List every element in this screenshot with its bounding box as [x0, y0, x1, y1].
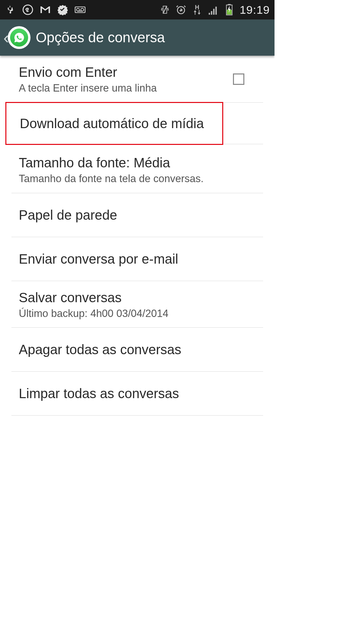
settings-list: Envio com Enter A tecla Enter insere uma… — [0, 56, 275, 416]
setting-title: Limpar todas as conversas — [19, 385, 263, 402]
setting-title: Papel de parede — [19, 207, 263, 223]
back-button[interactable]: ‹ — [3, 26, 36, 49]
setting-title: Envio com Enter — [19, 64, 233, 80]
setting-title: Enviar conversa por e-mail — [19, 251, 263, 267]
signal-icon — [207, 4, 219, 15]
gmail-icon — [40, 4, 51, 15]
status-right: H 19:19 — [159, 3, 270, 16]
setting-title: Salvar conversas — [19, 289, 263, 306]
status-bar: H 19:19 — [0, 0, 275, 19]
enter-send-checkbox[interactable] — [233, 73, 244, 85]
usb-icon — [5, 4, 16, 15]
svg-point-2 — [76, 8, 79, 11]
setting-delete-all[interactable]: Apagar todas as conversas — [11, 328, 263, 372]
svg-point-3 — [81, 8, 84, 11]
alarm-icon — [175, 4, 187, 15]
status-time: 19:19 — [240, 3, 270, 16]
setting-backup[interactable]: Salvar conversas Último backup: 4h00 03/… — [11, 281, 263, 328]
setting-email-chat[interactable]: Enviar conversa por e-mail — [11, 237, 263, 281]
setting-wallpaper[interactable]: Papel de parede — [11, 193, 263, 237]
network-h-icon: H — [191, 4, 203, 15]
svg-rect-7 — [228, 4, 231, 5]
whatsapp-status-icon — [22, 4, 34, 15]
app-header: ‹ Opções de conversa — [0, 19, 275, 56]
setting-enter-send[interactable]: Envio com Enter A tecla Enter insere uma… — [11, 56, 263, 103]
setting-title: Download automático de mídia — [20, 115, 222, 132]
setting-font-size[interactable]: Tamanho da fonte: Média Tamanho da fonte… — [11, 144, 263, 193]
vibrate-icon — [159, 4, 171, 15]
check-badge-icon — [57, 4, 68, 15]
setting-clear-all[interactable]: Limpar todas as conversas — [11, 372, 263, 416]
setting-subtitle: Último backup: 4h00 03/04/2014 — [19, 307, 263, 320]
status-left — [5, 4, 86, 15]
page-title: Opções de conversa — [36, 30, 165, 46]
setting-auto-download-highlighted[interactable]: Download automático de mídia — [5, 102, 223, 145]
setting-subtitle: A tecla Enter insere uma linha — [19, 82, 233, 95]
setting-title: Tamanho da fonte: Média — [19, 154, 263, 171]
battery-charging-icon — [224, 4, 235, 15]
setting-subtitle: Tamanho da fonte na tela de conversas. — [19, 172, 263, 185]
whatsapp-icon — [8, 26, 31, 49]
setting-title: Apagar todas as conversas — [19, 341, 263, 358]
voicemail-icon — [74, 4, 86, 15]
